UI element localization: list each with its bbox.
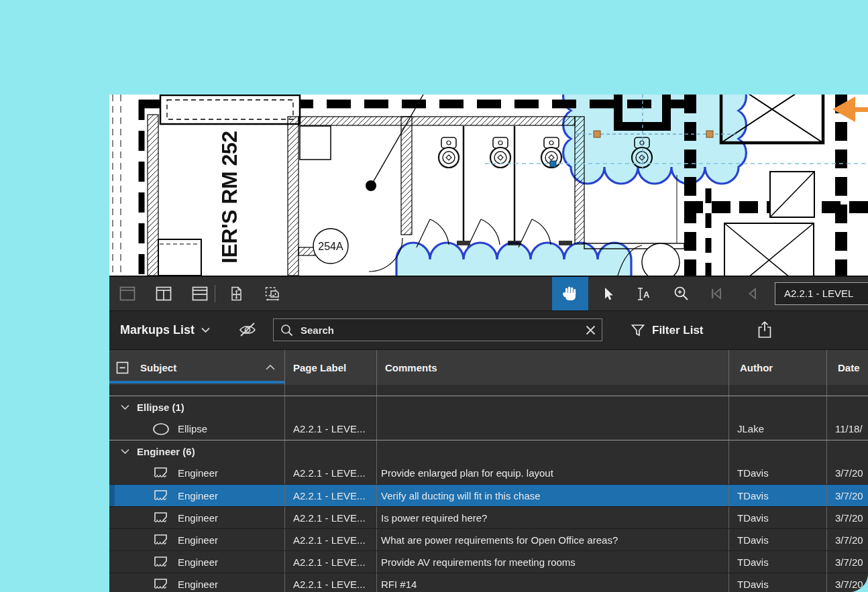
- hand-icon: [561, 285, 579, 302]
- markup-date: 3/7/20: [827, 485, 868, 506]
- first-page-button[interactable]: [700, 277, 733, 310]
- callout-markup-icon: [152, 466, 170, 480]
- sort-ascending-icon: [266, 365, 275, 370]
- markup-subject: Engineer: [178, 490, 218, 501]
- single-pane-button[interactable]: [111, 277, 144, 310]
- group-label: Ellipse (1): [137, 402, 184, 413]
- toolbar-separator: [211, 277, 218, 310]
- marketing-card: IER'S RM 252 254A: [0, 0, 868, 592]
- revision-cloud-markup[interactable]: [563, 95, 747, 184]
- group-label: Engineer (6): [137, 446, 195, 457]
- markup-comments: Verify all ducting will fit in this chas…: [377, 485, 729, 506]
- previous-page-icon: [745, 286, 760, 301]
- export-button[interactable]: [757, 320, 773, 339]
- markup-page-label: A2.2.1 - LEVE...: [285, 551, 377, 573]
- filter-list-button[interactable]: Filter List: [631, 311, 704, 349]
- close-icon: [586, 325, 596, 335]
- column-header-page-label[interactable]: Page Label: [285, 350, 377, 385]
- previous-page-button[interactable]: [736, 277, 769, 310]
- row-partial: [109, 385, 868, 396]
- page-label-dropdown[interactable]: A2.2.1 - LEVEL: [775, 282, 868, 305]
- grip-handle[interactable]: [594, 131, 600, 137]
- pdf-plan-viewport[interactable]: IER'S RM 252 254A: [109, 95, 868, 276]
- markup-date: 3/7/20: [827, 529, 868, 550]
- markup-author: TDavis: [729, 529, 827, 550]
- ellipse-markup-icon: [152, 422, 170, 436]
- column-header-author[interactable]: Author: [729, 350, 827, 385]
- markup-comments: RFI #14: [377, 573, 729, 592]
- markup-date: 3/7/20: [827, 462, 868, 484]
- markup-page-label: A2.2.1 - LEVE...: [285, 507, 377, 528]
- markup-row[interactable]: Engineer A2.2.1 - LEVE... RFI #14 TDavis…: [109, 573, 868, 592]
- column-header-comments[interactable]: Comments: [377, 350, 729, 385]
- pan-page-icon: [228, 286, 245, 302]
- callout-markup-icon: [152, 577, 170, 591]
- select-tool-button[interactable]: [591, 277, 625, 310]
- markup-row[interactable]: Engineer A2.2.1 - LEVE... Is power requi…: [109, 506, 868, 528]
- markup-author: JLake: [729, 418, 827, 440]
- markup-author: TDavis: [729, 551, 827, 573]
- markup-subject: Engineer: [178, 512, 218, 524]
- select-all-checkbox[interactable]: [116, 361, 129, 374]
- hand-tool-button[interactable]: [552, 277, 588, 310]
- markup-comments: Is power required here?: [377, 507, 729, 528]
- search-field: [273, 318, 602, 341]
- markups-rows: Ellipse (1) Ellipse A2.2.1 - LEVE... JLa…: [109, 385, 868, 592]
- fit-width-icon: [264, 286, 281, 302]
- text-select-tool-button[interactable]: A: [627, 277, 661, 310]
- markup-row[interactable]: Engineer A2.2.1 - LEVE... Provide AV req…: [109, 550, 868, 573]
- chevron-down-icon[interactable]: [121, 404, 129, 410]
- fit-width-button[interactable]: [256, 277, 289, 310]
- markup-page-label: A2.2.1 - LEVE...: [285, 529, 377, 550]
- markup-group-row[interactable]: Engineer (6): [109, 440, 868, 462]
- markup-page-label: A2.2.1 - LEVE...: [285, 573, 377, 592]
- markup-comments: Provide enlarged plan for equip. layout: [377, 462, 729, 484]
- chevron-down-icon: [201, 327, 210, 333]
- column-header-date[interactable]: Date: [827, 350, 868, 385]
- callout-markup-icon: [152, 533, 170, 547]
- chevron-down-icon[interactable]: [121, 449, 129, 455]
- markup-page-label: A2.2.1 - LEVE...: [285, 462, 377, 484]
- split-horizontal-icon: [192, 286, 209, 302]
- cursor-arrow-icon: [600, 286, 615, 302]
- hide-markups-toggle[interactable]: [238, 320, 258, 338]
- filter-list-label: Filter List: [652, 324, 704, 337]
- markup-author: TDavis: [729, 507, 827, 528]
- markup-row[interactable]: Ellipse A2.2.1 - LEVE... JLake 11/18/: [109, 418, 868, 440]
- markups-list-header: Markups List Filter List: [109, 311, 868, 350]
- markup-page-label: A2.2.1 - LEVE...: [285, 418, 377, 440]
- markup-subject: Ellipse: [178, 423, 207, 434]
- markup-comments: [377, 418, 729, 440]
- markup-date: 3/7/20: [827, 573, 868, 592]
- markup-row[interactable]: Engineer A2.2.1 - LEVE... Verify all duc…: [109, 484, 868, 506]
- markup-date: 11/18/: [827, 418, 868, 440]
- markups-list-title-dropdown[interactable]: Markups List: [120, 311, 210, 349]
- search-input[interactable]: [299, 324, 579, 337]
- filter-funnel-icon: [631, 324, 645, 337]
- markup-row[interactable]: Engineer A2.2.1 - LEVE... What are power…: [109, 528, 868, 550]
- markup-subject: Engineer: [178, 556, 218, 568]
- export-share-icon: [757, 320, 773, 339]
- search-icon: [280, 324, 293, 337]
- markup-row[interactable]: Engineer A2.2.1 - LEVE... Provide enlarg…: [109, 462, 868, 484]
- markup-author: TDavis: [729, 573, 827, 592]
- split-vertical-icon: [156, 286, 172, 302]
- split-vertical-button[interactable]: [147, 277, 180, 310]
- pan-page-button[interactable]: [219, 277, 253, 310]
- markup-subject: Engineer: [178, 467, 218, 479]
- text-select-icon: A: [636, 286, 653, 302]
- grip-handle[interactable]: [706, 131, 713, 137]
- zoom-tool-button[interactable]: [665, 277, 698, 310]
- sort-indicator: [109, 381, 284, 383]
- callout-markup-icon: [152, 511, 170, 525]
- control-point[interactable]: [550, 161, 556, 167]
- clear-search-button[interactable]: [579, 318, 602, 341]
- markups-list-title: Markups List: [120, 323, 195, 337]
- eye-slash-icon: [238, 320, 258, 338]
- revu-app-window: IER'S RM 252 254A: [109, 95, 868, 592]
- zoom-magnifier-icon: [673, 286, 690, 302]
- markup-comments: What are power requirements for Open Off…: [377, 529, 729, 550]
- single-pane-icon: [119, 286, 136, 302]
- markup-group-row[interactable]: Ellipse (1): [109, 396, 868, 418]
- column-header-subject[interactable]: Subject: [109, 350, 285, 385]
